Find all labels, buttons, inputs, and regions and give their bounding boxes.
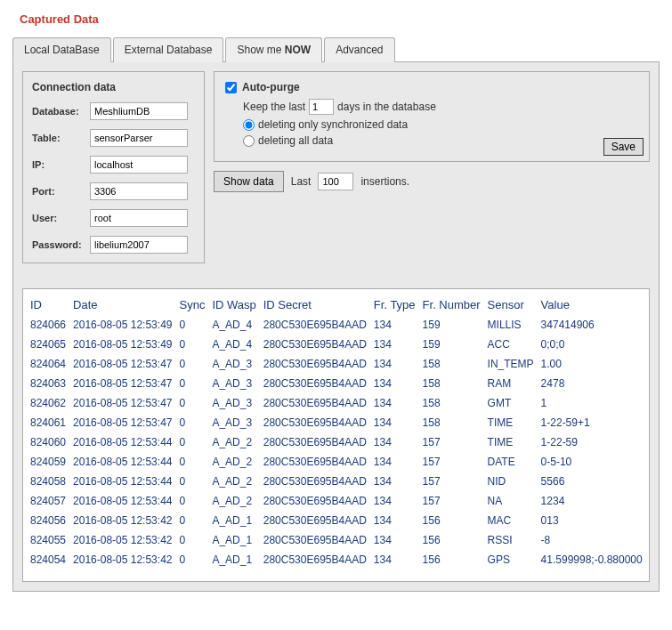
table-cell: 134 [370,491,419,511]
table-cell: 134 [370,432,419,452]
table-cell: 156 [419,511,484,530]
table-cell: 2478 [538,374,646,393]
table-label: Table: [32,133,90,143]
table-cell: A_AD_1 [208,550,259,569]
table-cell: 280C530E695B4AAD [260,472,370,491]
table-cell: 824061 [27,413,69,432]
table-cell: 824058 [27,472,69,491]
table-cell: 0;0;0 [538,335,646,354]
table-cell: 2016-08-05 12:53:47 [69,393,175,413]
table-cell: A_AD_3 [208,374,259,393]
show-data-button[interactable]: Show data [214,171,284,192]
keep-days-input[interactable] [309,99,334,115]
table-row: 8240542016-08-05 12:53:420A_AD_1280C530E… [27,550,646,569]
table-row: 8240622016-08-05 12:53:470A_AD_3280C530E… [27,393,646,413]
table-cell: 0 [175,413,208,432]
table-cell: A_AD_4 [208,315,259,335]
ip-label: IP: [32,159,90,170]
table-cell: 134 [370,472,419,491]
table-cell: TIME [484,432,538,452]
table-cell: 1.00 [538,354,646,374]
table-cell: 824065 [27,335,69,354]
radio-delete-all-label: deleting all data [258,134,333,147]
table-cell: DATE [484,452,538,472]
save-button[interactable]: Save [603,138,644,156]
table-cell: 0 [175,354,208,374]
ip-input[interactable] [90,156,188,174]
table-cell: 280C530E695B4AAD [260,413,370,432]
data-table-scroll[interactable]: IDDateSyncID WaspID SecretFr. TypeFr. Nu… [22,288,650,582]
auto-purge-checkbox[interactable] [225,82,237,93]
table-cell: NID [484,472,538,491]
table-cell: 157 [419,491,484,511]
table-cell: A_AD_2 [208,472,259,491]
table-cell: 280C530E695B4AAD [260,374,370,393]
table-cell: A_AD_1 [208,511,259,530]
column-header: Date [69,295,175,315]
table-cell: RAM [484,374,538,393]
user-label: User: [32,213,90,223]
page-title: Captured Data [20,12,660,26]
table-cell: 2016-08-05 12:53:49 [69,335,175,354]
table-cell: 2016-08-05 12:53:44 [69,432,175,452]
table-row: 8240552016-08-05 12:53:420A_AD_1280C530E… [27,530,646,550]
table-cell: ACC [484,335,538,354]
table-cell: A_AD_2 [208,452,259,472]
table-row: 8240582016-08-05 12:53:440A_AD_2280C530E… [27,472,646,491]
password-input[interactable] [90,236,188,254]
table-cell: 2016-08-05 12:53:42 [69,530,175,550]
table-cell: 2016-08-05 12:53:44 [69,491,175,511]
table-cell: 0 [175,472,208,491]
table-cell: 134 [370,413,419,432]
column-header: ID Secret [260,295,370,315]
auto-purge-label: Auto-purge [242,81,300,93]
table-cell: 157 [419,452,484,472]
table-cell: 280C530E695B4AAD [260,511,370,530]
radio-delete-sync-label: deleting only synchronized data [258,118,408,131]
user-input[interactable] [90,209,188,227]
connection-heading: Connection data [32,81,195,93]
table-cell: 0 [175,550,208,569]
table-cell: A_AD_3 [208,413,259,432]
table-cell: 41.599998;-0.880000 [538,550,646,569]
tab-show-me-now[interactable]: Show me NOW [225,37,322,62]
table-cell: 0 [175,530,208,550]
table-cell: 0 [175,432,208,452]
auto-purge-group: Auto-purge Keep the last days in the dat… [214,71,650,162]
radio-delete-sync[interactable] [243,119,255,131]
table-cell: 2016-08-05 12:53:42 [69,511,175,530]
table-cell: 824057 [27,491,69,511]
table-cell: 2016-08-05 12:53:47 [69,413,175,432]
table-cell: 824063 [27,374,69,393]
table-cell: 2016-08-05 12:53:47 [69,354,175,374]
table-cell: 134 [370,530,419,550]
table-cell: 1-22-59+1 [538,413,646,432]
table-row: 8240612016-08-05 12:53:470A_AD_3280C530E… [27,413,646,432]
table-cell: 134 [370,354,419,374]
table-cell: A_AD_4 [208,335,259,354]
column-header: ID Wasp [208,295,259,315]
insertions-label: insertions. [360,175,409,188]
port-input[interactable] [90,182,188,200]
table-cell: 156 [419,530,484,550]
table-cell: MAC [484,511,538,530]
table-cell: 280C530E695B4AAD [260,393,370,413]
last-count-input[interactable] [318,173,353,190]
column-header: Fr. Type [370,295,419,315]
database-input[interactable] [90,102,188,120]
table-row: 8240642016-08-05 12:53:470A_AD_3280C530E… [27,354,646,374]
table-cell: 0-5-10 [538,452,646,472]
connection-data-group: Connection data Database: Table: IP: Por… [22,71,205,263]
tab-external-database[interactable]: External Database [113,37,224,62]
table-cell: A_AD_1 [208,530,259,550]
tab-advanced[interactable]: Advanced [324,37,394,62]
table-input[interactable] [90,129,188,147]
table-cell: RSSI [484,530,538,550]
tab-local-database[interactable]: Local DataBase [12,37,111,62]
table-cell: 1-22-59 [538,432,646,452]
table-cell: 0 [175,374,208,393]
table-cell: 824054 [27,550,69,569]
panel-local-database: Connection data Database: Table: IP: Por… [12,62,660,592]
radio-delete-all[interactable] [243,135,255,147]
table-row: 8240602016-08-05 12:53:440A_AD_2280C530E… [27,432,646,452]
